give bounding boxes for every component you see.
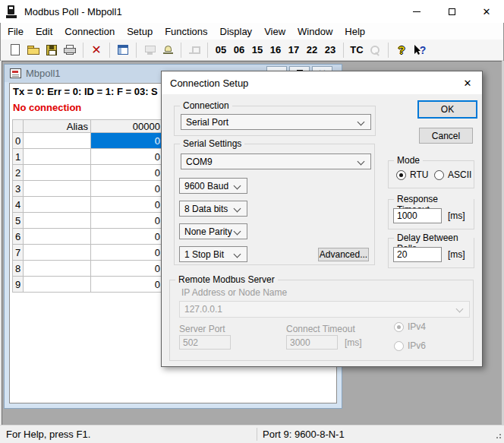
- value-cell[interactable]: 0: [91, 245, 163, 261]
- menu-display[interactable]: Display: [214, 24, 259, 39]
- value-cell[interactable]: 0: [91, 197, 163, 213]
- value-cell[interactable]: 0: [91, 149, 163, 165]
- test-center-button[interactable]: TC: [348, 44, 366, 55]
- row-number-cell[interactable]: 4: [13, 197, 24, 213]
- alias-cell[interactable]: [24, 245, 91, 261]
- poll-definition-button[interactable]: [140, 41, 159, 59]
- menu-view[interactable]: View: [258, 24, 291, 39]
- alias-cell[interactable]: [24, 133, 91, 149]
- close-button[interactable]: [469, 0, 504, 23]
- single-poll-button[interactable]: [185, 41, 203, 59]
- print-button[interactable]: [61, 41, 79, 59]
- advanced-button[interactable]: Advanced...: [318, 248, 369, 261]
- zoom-button[interactable]: [366, 41, 384, 59]
- stop-bits-combobox[interactable]: 1 Stop Bit: [179, 246, 247, 262]
- row-number-cell[interactable]: 2: [13, 165, 24, 181]
- row-number-cell[interactable]: 0: [13, 133, 24, 149]
- function-06-button[interactable]: 06: [230, 44, 248, 55]
- delay-input[interactable]: [393, 247, 442, 262]
- grid-corner-header[interactable]: [13, 120, 24, 133]
- value-cell[interactable]: 0: [91, 181, 163, 197]
- ok-button[interactable]: OK: [417, 100, 477, 119]
- maximize-icon: [449, 8, 455, 15]
- response-timeout-input[interactable]: [393, 208, 442, 223]
- ascii-radio-row[interactable]: ASCII: [434, 169, 471, 180]
- function-17-button[interactable]: 17: [285, 44, 303, 55]
- row-number-cell[interactable]: 9: [13, 277, 24, 293]
- connect-timeout-label: Connect Timeout: [286, 324, 355, 334]
- rtu-radio[interactable]: [396, 170, 406, 180]
- data-bits-value: 8 Data bits: [184, 204, 228, 214]
- alias-cell[interactable]: [24, 181, 91, 197]
- alias-cell[interactable]: [24, 149, 91, 165]
- row-number-cell[interactable]: 5: [13, 213, 24, 229]
- delay-unit: [ms]: [448, 249, 465, 260]
- disconnect-button[interactable]: ✕: [87, 41, 106, 59]
- open-file-button[interactable]: [24, 41, 43, 59]
- row-number-cell[interactable]: 7: [13, 245, 24, 261]
- data-bits-combobox[interactable]: 8 Data bits: [179, 201, 247, 217]
- display-setup-button[interactable]: [114, 41, 132, 59]
- menu-setup[interactable]: Setup: [121, 24, 159, 39]
- alias-cell[interactable]: [24, 277, 91, 293]
- help-button[interactable]: ?: [392, 41, 411, 59]
- alias-column-header[interactable]: Alias: [24, 120, 91, 133]
- value-cell[interactable]: 0: [91, 165, 163, 181]
- communication-log-button[interactable]: [159, 41, 177, 59]
- alias-cell[interactable]: [24, 213, 91, 229]
- menu-functions[interactable]: Functions: [159, 24, 213, 39]
- baud-rate-combobox[interactable]: 9600 Baud: [179, 178, 247, 194]
- menu-edit[interactable]: Edit: [30, 24, 58, 39]
- ipv4-radio: [394, 322, 404, 332]
- chevron-down-icon: [234, 205, 241, 213]
- function-16-button[interactable]: 16: [266, 44, 285, 55]
- alias-cell[interactable]: [24, 197, 91, 213]
- menu-connection[interactable]: Connection: [58, 24, 121, 39]
- alias-cell[interactable]: [24, 261, 91, 277]
- row-number-cell[interactable]: 3: [13, 181, 24, 197]
- function-23-button[interactable]: 23: [321, 44, 339, 55]
- maximize-button[interactable]: [434, 0, 469, 23]
- row-number-cell[interactable]: 1: [13, 149, 24, 165]
- parity-combobox[interactable]: None Parity: [179, 223, 247, 239]
- ipv4-radio-row: IPv4: [394, 321, 426, 332]
- context-help-button[interactable]: ?: [411, 41, 429, 59]
- value-cell[interactable]: 0: [91, 277, 163, 293]
- save-button[interactable]: [43, 41, 61, 59]
- grid-row: 0 0: [13, 133, 163, 149]
- serial-settings-label: Serial Settings: [180, 138, 244, 149]
- minimize-button[interactable]: [399, 0, 434, 23]
- connection-type-combobox[interactable]: Serial Port: [181, 114, 371, 130]
- new-file-button[interactable]: [6, 41, 24, 59]
- menu-window[interactable]: Window: [291, 24, 339, 39]
- row-number-cell[interactable]: 6: [13, 229, 24, 245]
- status-divider: [257, 428, 257, 441]
- register-grid: Alias 00000 0 0 1 0 2 0 3 0 4 0 5 0: [12, 119, 163, 293]
- rtu-radio-row[interactable]: RTU: [396, 169, 428, 180]
- function-05-button[interactable]: 05: [212, 44, 230, 55]
- dialog-titlebar[interactable]: Connection Setup: [162, 71, 482, 94]
- menu-help[interactable]: Help: [339, 24, 371, 39]
- grid-row: 9 0: [13, 277, 163, 293]
- value-cell[interactable]: 0: [91, 213, 163, 229]
- register-column-header[interactable]: 00000: [91, 120, 163, 133]
- alias-cell[interactable]: [24, 229, 91, 245]
- dialog-close-button[interactable]: [453, 71, 482, 94]
- row-number-cell[interactable]: 8: [13, 261, 24, 277]
- delay-group: Delay Between Polls [ms]: [388, 238, 474, 268]
- alias-cell[interactable]: [24, 165, 91, 181]
- menu-file[interactable]: File: [2, 24, 30, 39]
- cancel-button[interactable]: Cancel: [419, 128, 473, 144]
- ascii-radio[interactable]: [434, 170, 444, 180]
- function-22-button[interactable]: 22: [303, 44, 321, 55]
- disconnect-icon: ✕: [91, 44, 101, 56]
- value-cell[interactable]: 0: [91, 229, 163, 245]
- function-15-button[interactable]: 15: [248, 44, 266, 55]
- value-cell[interactable]: 0: [91, 133, 163, 149]
- server-port-label: Server Port: [179, 324, 225, 334]
- value-cell[interactable]: 0: [91, 261, 163, 277]
- resize-grip[interactable]: [495, 434, 501, 440]
- document-icon: [10, 68, 21, 78]
- com-port-combobox[interactable]: COM9: [181, 153, 371, 169]
- grid-row: 8 0: [13, 261, 163, 277]
